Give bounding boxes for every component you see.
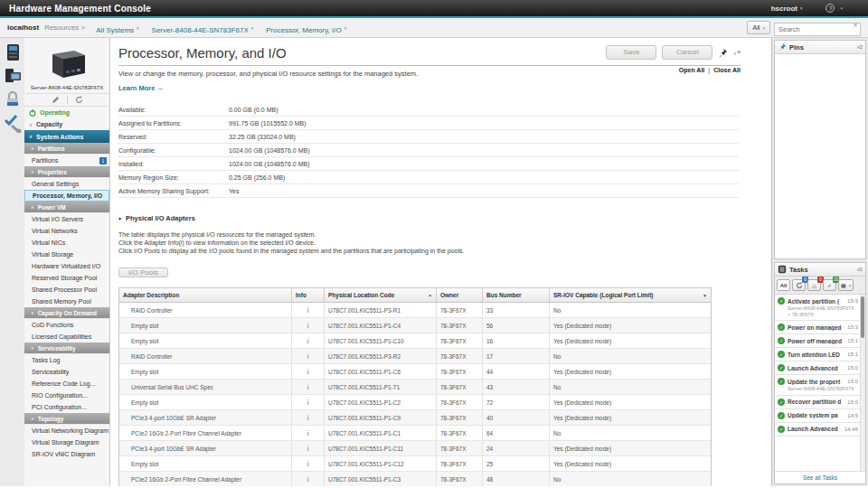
sidebar-section-header-partitions[interactable]: ∧Partitions xyxy=(24,143,109,155)
adapter-info-icon[interactable]: i xyxy=(292,349,325,363)
user-menu[interactable]: hscroot▾ xyxy=(771,5,803,13)
adapter-info-icon[interactable]: i xyxy=(292,410,325,425)
sidebar-item-reference-code-log[interactable]: Reference Code Log... xyxy=(24,378,109,389)
adapter-info-icon[interactable]: i xyxy=(292,303,325,317)
console-icon[interactable] xyxy=(3,66,23,86)
physical-io-section-header[interactable]: ▾ Physical I/O Adapters xyxy=(118,214,741,222)
tasks-scrollbar-thumb[interactable] xyxy=(861,296,864,338)
page-menu[interactable]: ▾≡ xyxy=(733,49,741,55)
column-header-label: Adapter Description xyxy=(123,292,179,298)
adapter-info-icon[interactable]: i xyxy=(292,472,325,486)
sidebar-item-serviceability[interactable]: Serviceability xyxy=(24,366,109,378)
task-line: ✓Turn attention LED15:1 xyxy=(778,351,858,358)
task-item[interactable]: ✓Power on managed15:3 xyxy=(775,321,865,334)
sidebar-item-cod-functions[interactable]: CoD Functions xyxy=(24,319,109,331)
io-pools-button[interactable]: I/O Pools xyxy=(118,267,168,277)
sidebar-item-tasks-log[interactable]: Tasks Log xyxy=(24,354,109,366)
location-code-cell: U78C7.001.KIC5511-P1-C2 xyxy=(325,395,437,409)
pin-page-icon[interactable] xyxy=(718,48,728,58)
lock-icon[interactable] xyxy=(3,89,23,109)
adapter-info-icon[interactable]: i xyxy=(292,318,325,333)
sidebar-section-header-power-vm[interactable]: ∧Power VM xyxy=(24,202,109,213)
sidebar-section-header-capacity-on-demand[interactable]: ∧Capacity On Demand xyxy=(24,307,109,319)
task-item[interactable]: ✓Recover partition d15:0 xyxy=(775,396,865,409)
sidebar-item-virtual-networking-diagram[interactable]: Virtual Networking Diagram xyxy=(24,425,109,436)
tasks-view-dropdown[interactable]: ▦▾ xyxy=(838,279,854,291)
sidebar-item-rio-configuration[interactable]: RIO Configuration... xyxy=(24,389,109,401)
column-header-adapter-description[interactable]: Adapter Description xyxy=(119,288,292,302)
sidebar-item-general-settings[interactable]: General Settings xyxy=(24,178,109,190)
task-item[interactable]: ✓Launch Advanced15:0 xyxy=(775,361,865,375)
breadcrumb-bar: localhost Resources > All Systems▾Server… xyxy=(0,18,868,38)
sidebar-item-virtual-i-o-servers[interactable]: Virtual I/O Servers xyxy=(24,213,109,225)
help-menu[interactable]: ?▾ xyxy=(826,4,843,13)
column-header-physical-location-code[interactable]: Physical Location Code▲ xyxy=(325,288,437,302)
sidebar-item-virtual-storage[interactable]: Virtual Storage xyxy=(24,249,109,260)
sidebar-item-sr-iov-vnic-diagram[interactable]: SR-IOV vNIC Diagram xyxy=(24,448,109,460)
memory-property-row: Reserved:32.25 GB (33024.0 MB) xyxy=(118,130,739,144)
sidebar-item-virtual-nics[interactable]: Virtual NICs xyxy=(24,237,109,249)
sidebar-item-reserved-storage-pool[interactable]: Reserved Storage Pool xyxy=(24,272,109,284)
sidebar-item-virtual-networks[interactable]: Virtual Networks xyxy=(24,225,109,237)
task-item[interactable]: ✓Activate partition (15:3Server-8408-44E… xyxy=(775,295,865,321)
sidebar-item-pci-configuration[interactable]: PCI Configuration... xyxy=(24,401,109,413)
learn-more-link[interactable]: Learn More → xyxy=(118,84,164,92)
task-item[interactable]: ✓Update the propert15:0Server-8408-44E-S… xyxy=(775,375,865,396)
adapter-info-icon[interactable]: i xyxy=(292,395,325,409)
search-scope-dropdown[interactable]: All▾ xyxy=(747,21,770,34)
column-header-owner[interactable]: Owner xyxy=(437,288,483,302)
location-code-cell: U78C7.001.KIC5511-P1-C10 xyxy=(325,333,437,348)
sidebar-item-virtual-storage-diagram[interactable]: Virtual Storage Diagram xyxy=(24,436,109,448)
task-item[interactable]: ✓Turn attention LED15:1 xyxy=(775,348,865,361)
adapter-info-icon[interactable]: i xyxy=(292,380,325,394)
sidebar-item-partitions[interactable]: Partitions1 xyxy=(24,155,109,166)
save-button[interactable]: Save xyxy=(606,45,656,60)
breadcrumb-link-server-8408-44e-sn783f67x[interactable]: Server-8408-44E-SN783F67X xyxy=(152,26,249,34)
adapter-info-icon[interactable]: i xyxy=(292,333,325,348)
column-filter-icon[interactable]: ▼ xyxy=(703,293,707,298)
adapter-info-icon[interactable]: i xyxy=(292,426,325,440)
pins-panel-menu[interactable]: ▾≡ xyxy=(854,44,863,50)
refresh-icon[interactable] xyxy=(75,96,83,104)
see-all-tasks-link[interactable]: See all Tasks xyxy=(803,474,837,481)
open-all-link[interactable]: Open All xyxy=(679,67,705,73)
tasks-filter-all[interactable]: All xyxy=(777,279,790,291)
adapter-info-icon[interactable]: i xyxy=(292,364,325,379)
title-divider xyxy=(118,65,741,66)
tasks-filter-alerts[interactable]: △ 0 xyxy=(807,279,821,291)
adapter-info-icon[interactable]: i xyxy=(292,441,325,455)
sidebar-item-shared-memory-pool[interactable]: Shared Memory Pool xyxy=(24,296,109,307)
sidebar-item-label: Hardware Virtualized I/O xyxy=(32,263,100,269)
sidebar-section-header-topology[interactable]: ∧Topology xyxy=(24,413,109,425)
task-item[interactable]: ✓Update system pa14:5 xyxy=(775,409,865,423)
table-row: PCIe2 16Gb 2-Port Fibre Channel Adapteri… xyxy=(119,472,711,486)
sidebar-item-hardware-virtualized-i-o[interactable]: Hardware Virtualized I/O xyxy=(24,260,109,272)
tasks-scrollbar[interactable] xyxy=(860,295,865,471)
column-header-bus-number[interactable]: Bus Number xyxy=(483,288,550,302)
search-input[interactable] xyxy=(774,23,861,36)
column-header-info[interactable]: Info xyxy=(292,288,325,302)
task-item[interactable]: ✓Launch Advanced14:46 xyxy=(775,423,865,436)
cancel-button[interactable]: Cancel xyxy=(662,45,712,60)
tools-icon[interactable] xyxy=(3,113,23,133)
sidebar-item-processor-memory-i-o[interactable]: Processor, Memory, I/O xyxy=(24,190,109,202)
breadcrumb-link-all-systems[interactable]: All Systems xyxy=(96,26,134,34)
sidebar-item-licensed-capabilities[interactable]: Licensed Capabilities xyxy=(24,331,109,343)
tasks-filter-completed[interactable]: ✓ 20 xyxy=(823,279,836,291)
edit-pencil-icon[interactable] xyxy=(52,96,60,104)
sidebar-section-header-serviceability[interactable]: ∧Serviceability xyxy=(24,343,109,354)
sidebar-item-label: Partitions xyxy=(32,157,58,164)
close-all-link[interactable]: Close All xyxy=(713,67,741,73)
system-actions-bar[interactable]: ∨ System Actions xyxy=(24,130,109,143)
tasks-filter-running[interactable]: 0 xyxy=(792,279,806,291)
capacity-row[interactable]: ∨ Capacity xyxy=(24,118,109,130)
column-header-sr-iov-capable-logical-port-limit[interactable]: SR-IOV Capable (Logical Port Limit)▼ xyxy=(550,288,711,302)
sidebar-section-header-properties[interactable]: ∧Properties xyxy=(24,166,109,178)
adapter-info-icon[interactable]: i xyxy=(292,456,325,471)
sidebar-item-shared-processor-pool[interactable]: Shared Processor Pool xyxy=(24,284,109,296)
systems-icon[interactable] xyxy=(3,42,23,62)
task-item[interactable]: ✓Power off managed15:1 xyxy=(775,334,865,348)
tasks-panel-menu[interactable]: ▾≡ xyxy=(854,267,863,272)
clear-search-icon[interactable]: ✕ xyxy=(853,22,858,29)
breadcrumb-link-processor-memory-i-o[interactable]: Processor, Memory, I/O xyxy=(266,26,341,34)
